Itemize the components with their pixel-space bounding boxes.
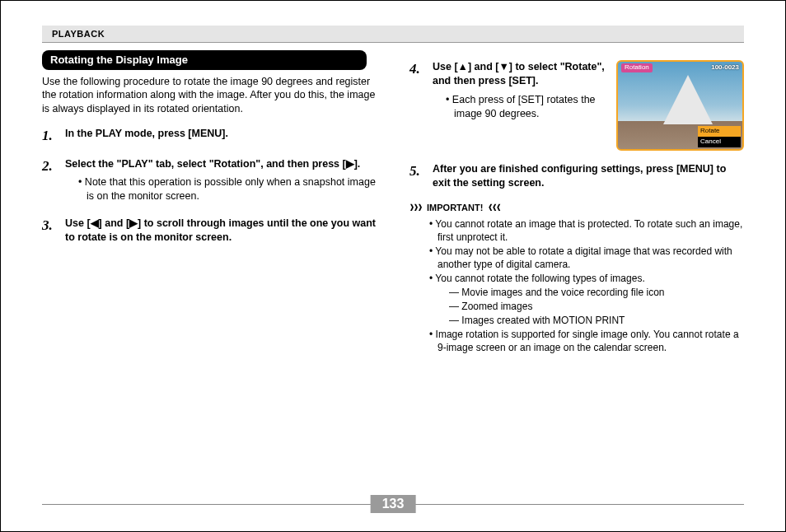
- screenshot-menu: Rotate Cancel: [698, 126, 741, 147]
- step-5: 5. After you are finished configuring se…: [409, 162, 744, 190]
- screenshot-mode-tag: Rotation: [621, 63, 653, 72]
- important-heading: ❱❱❱ IMPORTANT! ❰❰❰: [409, 202, 744, 214]
- step-title: Select the "PLAY" tab, select "Rotation"…: [65, 158, 360, 170]
- arrows-right-icon: ❱❱❱: [409, 202, 422, 213]
- step-number: 4.: [409, 60, 424, 151]
- camera-screenshot: Rotation 100-0023 Rotate Cancel: [616, 60, 744, 151]
- section-header: PLAYBACK: [42, 26, 744, 43]
- section-label: PLAYBACK: [52, 29, 105, 39]
- step-1: 1. In the PLAY mode, press [MENU].: [42, 127, 377, 146]
- content-columns: Rotating the Display Image Use the follo…: [42, 50, 744, 486]
- step-number: 5.: [409, 162, 424, 190]
- manual-page: PLAYBACK Rotating the Display Image Use …: [0, 0, 786, 532]
- important-item: You cannot rotate an image that is prote…: [429, 217, 744, 244]
- screenshot-image-id: 100-0023: [711, 63, 739, 72]
- step-number: 3.: [42, 217, 57, 245]
- step-title: In the PLAY mode, press [MENU].: [65, 128, 228, 139]
- important-item: You may not be able to rotate a digital …: [429, 245, 744, 271]
- step-4: 4. Use [▲] and [▼] to select "Rotate", a…: [409, 60, 744, 151]
- mountain-icon: [663, 75, 713, 124]
- right-column: 4. Use [▲] and [▼] to select "Rotate", a…: [409, 50, 744, 486]
- menu-item-selected: Rotate: [698, 126, 741, 137]
- step-note: Note that this operation is possible onl…: [78, 175, 377, 203]
- step-title: After you are finished configuring setti…: [433, 163, 726, 189]
- step-number: 1.: [42, 127, 57, 146]
- important-item: Image rotation is supported for single i…: [429, 328, 744, 354]
- step-2: 2. Select the "PLAY" tab, select "Rotati…: [42, 157, 377, 206]
- important-subitem: Movie images and the voice recording fil…: [449, 286, 744, 299]
- step-title: Use [◀] and [▶] to scroll through images…: [65, 217, 376, 243]
- important-list: You cannot rotate an image that is prote…: [429, 217, 744, 355]
- important-subitem: Images created with MOTION PRINT: [449, 314, 744, 327]
- important-label: IMPORTANT!: [427, 202, 483, 214]
- menu-item-unselected: Cancel: [698, 137, 741, 147]
- left-column: Rotating the Display Image Use the follo…: [42, 50, 377, 486]
- important-subitem: Zoomed images: [449, 300, 744, 313]
- step-title: Use [▲] and [▼] to select "Rotate", and …: [433, 61, 605, 86]
- topic-title: Rotating the Display Image: [42, 50, 367, 70]
- arrows-left-icon: ❰❰❰: [488, 202, 500, 213]
- important-item: You cannot rotate the following types of…: [429, 272, 744, 327]
- important-item-text: You cannot rotate the following types of…: [435, 273, 644, 284]
- page-number: 133: [371, 495, 416, 513]
- step-note: Each press of [SET] rotates the image 90…: [446, 93, 606, 121]
- intro-paragraph: Use the following procedure to rotate th…: [42, 75, 377, 117]
- step-number: 2.: [42, 157, 57, 206]
- step-3: 3. Use [◀] and [▶] to scroll through ima…: [42, 217, 377, 245]
